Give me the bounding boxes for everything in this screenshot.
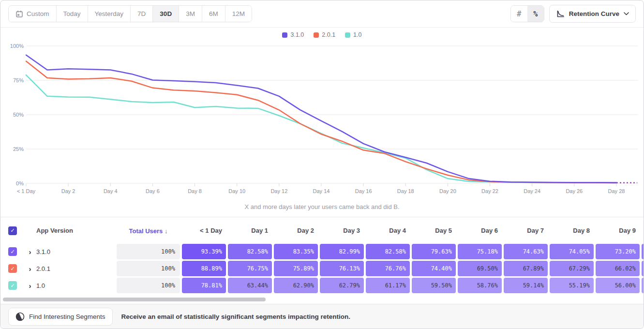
chart-type-dropdown[interactable]: Retention Curve [549,5,636,23]
retention-cell-day-3[interactable]: 76.13% [320,261,364,276]
retention-cell-value: 74.40% [412,261,456,276]
retention-cell-day-7[interactable]: 59.14% [504,278,548,293]
retention-cell-day-5[interactable]: 59.50% [412,278,456,293]
range-button-label: 12M [232,10,245,17]
retention-cell-day-0[interactable]: 78.81% [182,278,226,293]
footer-note: Receive an email of statistically signif… [121,313,350,320]
range-button-30d[interactable]: 30D [152,6,179,22]
y-axis-label: 100% [10,43,24,49]
row-expand-chevron[interactable]: › [27,248,33,255]
legend-item-2.0.1[interactable]: 2.0.1 [314,31,335,38]
series-line-2.0.1[interactable] [26,61,616,183]
retention-cell-value: 75.18% [458,244,502,259]
retention-cell-day-7[interactable]: 67.89% [504,261,548,276]
retention-cell-day-6[interactable]: 69.50% [458,261,502,276]
total-users-value: 100% [117,278,180,293]
row-checkbox-1.0[interactable]: ✓ [8,281,17,290]
retention-cell-day-0[interactable]: 93.39% [182,244,226,259]
range-button-3m[interactable]: 3M [179,6,202,22]
column-header-day-6: Day 6 [458,227,502,234]
scrollbar-thumb[interactable] [3,298,266,301]
retention-cell-day-5[interactable]: 74.40% [412,261,456,276]
retention-cell-day-0[interactable]: 88.89% [182,261,226,276]
retention-cell-value: 82.58% [366,244,410,259]
row-version-label: 2.0.1 [36,265,94,272]
range-button-label: 3M [186,10,195,17]
retention-cell-day-8[interactable]: 55.19% [550,278,594,293]
row-checkbox-3.1.0[interactable]: ✓ [8,247,17,256]
retention-cell-day-3[interactable]: 62.79% [320,278,364,293]
column-header-app-version: App Version [36,227,94,234]
row-checkbox-2.0.1[interactable]: ✓ [8,264,17,273]
range-button-6m[interactable]: 6M [202,6,225,22]
column-header-day-1: Day 1 [228,227,272,234]
total-users-value: 100% [117,244,180,259]
table-row-2.0.1: ✓›2.0.1100%88.89%76.75%75.89%76.13%76.76… [0,261,644,276]
retention-cell-value: 78.81% [182,278,226,293]
retention-cell-value: 62.79% [320,278,364,293]
column-header-day-8: Day 8 [550,227,594,234]
retention-cell-day-7[interactable]: 74.63% [504,244,548,259]
retention-cell-day-1[interactable]: 82.58% [228,244,272,259]
retention-cell-day-6[interactable]: 75.18% [458,244,502,259]
retention-cell-day-3[interactable]: 82.99% [320,244,364,259]
find-interesting-segments-button[interactable]: Find Interesting Segments [8,308,113,326]
x-axis-label: Day 26 [566,188,583,194]
x-axis-label: Day 4 [104,188,118,194]
retention-cell-value: 76.75% [228,261,272,276]
retention-cell-overflow-stub [642,261,644,276]
legend-item-1.0[interactable]: 1.0 [345,31,361,38]
x-axis-label: Day 6 [146,188,160,194]
x-axis-label: Day 20 [439,188,456,194]
legend-item-3.1.0[interactable]: 3.1.0 [282,31,304,38]
calendar-icon [15,10,23,18]
retention-cell-day-2[interactable]: 62.90% [274,278,318,293]
range-button-7d[interactable]: 7D [130,6,152,22]
segments-button-label: Find Interesting Segments [29,313,105,320]
retention-cell-day-9[interactable]: 73.20% [596,244,640,259]
series-line-3.1.0[interactable] [26,55,616,183]
retention-cell-value: 75.89% [274,261,318,276]
series-line-1.0[interactable] [26,75,616,183]
x-axis-label: Day 16 [355,188,372,194]
retention-cell-day-1[interactable]: 63.44% [228,278,272,293]
retention-cell-day-2[interactable]: 83.35% [274,244,318,259]
range-button-12m[interactable]: 12M [225,6,252,22]
retention-cell-day-9[interactable]: 56.00% [596,278,640,293]
range-button-yesterday[interactable]: Yesterday [88,6,131,22]
retention-line-chart[interactable]: 0%25%50%75%100%< 1 DayDay 2Day 4Day 6Day… [0,39,644,197]
column-header-day-5: Day 5 [412,227,456,234]
retention-cell-day-4[interactable]: 82.58% [366,244,410,259]
select-all-checkbox[interactable]: ✓ [8,226,17,235]
range-button-today[interactable]: Today [56,6,88,22]
legend-swatch-icon [314,32,319,38]
range-button-label: 7D [137,10,146,17]
retention-cell-value: 76.13% [320,261,364,276]
retention-cell-day-1[interactable]: 76.75% [228,261,272,276]
column-header-total-users[interactable]: Total Users ↓ [117,226,180,235]
percentages-toggle-button[interactable]: % [527,6,544,22]
retention-cell-day-8[interactable]: 67.29% [550,261,594,276]
retention-cell-day-4[interactable]: 76.76% [366,261,410,276]
retention-cell-day-2[interactable]: 75.89% [274,261,318,276]
absolute-numbers-toggle-button[interactable]: # [511,6,527,22]
row-expand-chevron[interactable]: › [27,265,33,272]
retention-cell-day-9[interactable]: 66.02% [596,261,640,276]
x-axis-label: Day 22 [481,188,498,194]
retention-cell-day-6[interactable]: 58.76% [458,278,502,293]
retention-cell-value: 67.89% [504,261,548,276]
retention-cell-day-4[interactable]: 61.17% [366,278,410,293]
row-expand-chevron[interactable]: › [27,282,33,289]
retention-cell-value: 58.76% [458,278,502,293]
retention-cell-value: 82.58% [228,244,272,259]
retention-cell-value: 74.05% [550,244,594,259]
retention-cell-day-5[interactable]: 79.63% [412,244,456,259]
retention-cell-day-8[interactable]: 74.05% [550,244,594,259]
y-axis-label: 75% [13,77,24,83]
range-button-custom[interactable]: Custom [9,6,56,22]
toolbar-right: #% Retention Curve [510,5,636,23]
chevron-down-icon [624,12,629,15]
retention-curve-icon [556,10,565,18]
y-axis-label: 0% [16,180,24,186]
total-users-value: 100% [117,261,180,276]
